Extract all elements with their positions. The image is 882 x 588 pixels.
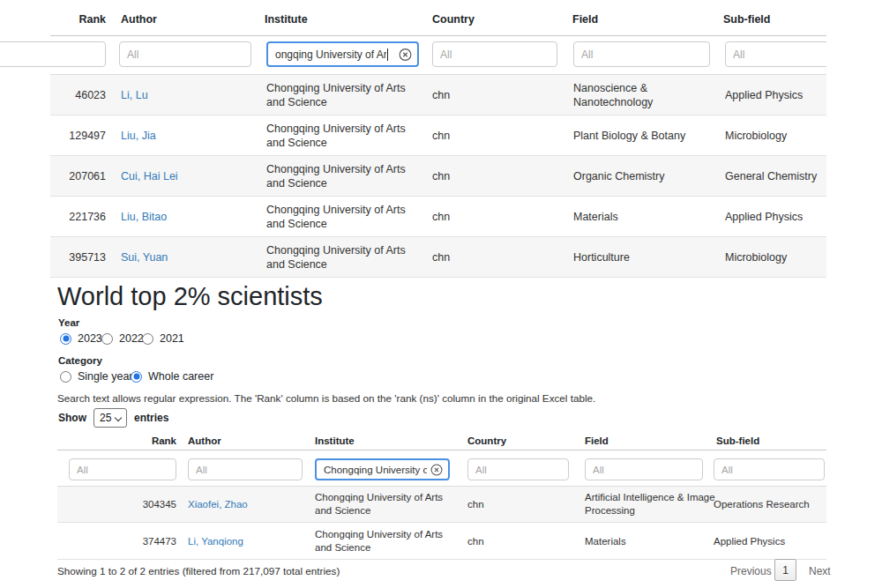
country-cell: chn bbox=[467, 535, 484, 548]
subfield-filter-input[interactable] bbox=[725, 41, 826, 67]
institute-cell: Chongqing University of Arts and Science bbox=[266, 81, 425, 109]
subfield-filter-input[interactable] bbox=[714, 458, 825, 480]
table-row: 46023 Li, Lu Chongqing University of Art… bbox=[50, 75, 826, 115]
author-link[interactable]: Cui, Hai Lei bbox=[121, 169, 178, 183]
institute-cell: Chongqing University of Arts and Science bbox=[266, 203, 425, 231]
country-cell: chn bbox=[432, 129, 450, 143]
pagination-previous-button[interactable]: Previous bbox=[730, 565, 772, 577]
subfield-cell: Operations Research bbox=[714, 498, 826, 511]
author-link[interactable]: Li, Yanqiong bbox=[188, 535, 243, 548]
table-info: Showing 1 to 2 of 2 entries (filtered fr… bbox=[57, 565, 340, 577]
radio-icon bbox=[60, 371, 71, 383]
rank-cell: 374473 bbox=[106, 535, 176, 548]
field-cell: Nanoscience & Nanotechnology bbox=[573, 81, 707, 109]
table-row: 221736 Liu, Bitao Chongqing University o… bbox=[50, 197, 826, 237]
radio-label: 2023 bbox=[78, 332, 102, 345]
table-row: 207061 Cui, Hai Lei Chongqing University… bbox=[50, 156, 826, 197]
year-radio-2023[interactable]: 2023 bbox=[60, 332, 102, 345]
radio-label: 2022 bbox=[119, 332, 144, 345]
column-header-rank[interactable]: Rank bbox=[106, 435, 176, 447]
rank-filter-input[interactable] bbox=[0, 41, 106, 67]
author-link[interactable]: Sui, Yuan bbox=[121, 250, 168, 264]
author-filter-input[interactable] bbox=[119, 41, 251, 67]
radio-icon bbox=[142, 333, 153, 345]
institute-cell: Chongqing University of Arts and Science bbox=[266, 162, 425, 190]
column-header-subfield[interactable]: Sub-field bbox=[716, 435, 759, 447]
column-header-field[interactable]: Field bbox=[585, 435, 609, 447]
subfield-cell: Microbiology bbox=[725, 250, 826, 264]
clear-filter-icon[interactable] bbox=[399, 48, 412, 61]
radio-label: Single year bbox=[78, 370, 133, 383]
clear-filter-icon[interactable] bbox=[430, 464, 443, 476]
rank-cell: 129497 bbox=[35, 129, 106, 143]
column-header-subfield[interactable]: Sub-field bbox=[723, 13, 770, 26]
length-control-prefix: Show bbox=[58, 412, 86, 424]
author-link[interactable]: Liu, Jia bbox=[121, 129, 156, 143]
column-header-author[interactable]: Author bbox=[188, 435, 221, 447]
top-table: Rank Author Institute Country Field Sub-… bbox=[0, 0, 826, 279]
category-group-label: Category bbox=[58, 355, 102, 366]
institute-cell: Chongqing University of Arts and Science bbox=[315, 528, 452, 555]
column-header-country[interactable]: Country bbox=[432, 13, 475, 26]
institute-cell: Chongqing University of Arts and Science bbox=[266, 243, 425, 272]
institute-cell: Chongqing University of Arts and Science bbox=[266, 122, 425, 150]
entries-per-page-select[interactable]: 25 bbox=[93, 408, 127, 428]
country-cell: chn bbox=[467, 498, 484, 511]
chevron-down-icon bbox=[115, 414, 122, 421]
country-cell: chn bbox=[432, 169, 450, 183]
divider bbox=[50, 35, 826, 36]
rank-filter-input[interactable] bbox=[69, 458, 176, 480]
subfield-cell: Applied Physics bbox=[725, 210, 826, 224]
country-cell: chn bbox=[432, 210, 450, 224]
author-link[interactable]: Liu, Bitao bbox=[121, 210, 167, 224]
text-caret bbox=[387, 48, 388, 61]
column-header-country[interactable]: Country bbox=[467, 435, 506, 447]
category-radio-whole-career[interactable]: Whole career bbox=[131, 370, 213, 383]
category-radio-single-year[interactable]: Single year bbox=[60, 370, 133, 383]
field-cell: Materials bbox=[585, 535, 724, 548]
country-filter-input[interactable] bbox=[467, 458, 569, 480]
subfield-cell: Microbiology bbox=[725, 129, 826, 143]
length-control-suffix: entries bbox=[134, 412, 168, 424]
year-radio-2022[interactable]: 2022 bbox=[101, 332, 144, 345]
field-filter-input[interactable] bbox=[585, 458, 703, 480]
radio-icon bbox=[131, 371, 142, 383]
radio-icon bbox=[101, 333, 113, 345]
radio-label: Whole career bbox=[148, 370, 213, 383]
country-filter-input[interactable] bbox=[432, 41, 557, 67]
field-cell: Artificial Intelligence & Image Processi… bbox=[585, 491, 724, 517]
author-link[interactable]: Li, Lu bbox=[121, 88, 148, 102]
year-group-label: Year bbox=[58, 317, 79, 328]
radio-label: 2021 bbox=[160, 332, 184, 345]
page-title: World top 2% scientists bbox=[57, 280, 323, 312]
column-header-rank[interactable]: Rank bbox=[35, 13, 106, 26]
radio-icon bbox=[60, 333, 71, 345]
institute-filter-value: ongqing University of Arts bbox=[275, 48, 386, 61]
author-link[interactable]: Xiaofei, Zhao bbox=[188, 498, 248, 511]
rank-cell: 221736 bbox=[35, 210, 106, 224]
institute-filter-input[interactable]: Chongqing University of A bbox=[315, 458, 450, 480]
column-header-institute[interactable]: Institute bbox=[265, 13, 308, 26]
institute-filter-value: Chongqing University of A bbox=[324, 465, 427, 475]
country-cell: chn bbox=[432, 88, 450, 102]
table-row: 395713 Sui, Yuan Chongqing University of… bbox=[50, 237, 826, 278]
column-header-author[interactable]: Author bbox=[121, 13, 157, 26]
author-filter-input[interactable] bbox=[188, 458, 303, 480]
field-cell: Organic Chemistry bbox=[573, 169, 707, 183]
year-radio-2021[interactable]: 2021 bbox=[142, 332, 184, 345]
search-help-note: Search text allows regular expression. T… bbox=[57, 392, 595, 404]
subfield-cell: Applied Physics bbox=[725, 88, 826, 102]
field-cell: Plant Biology & Botany bbox=[573, 129, 707, 143]
field-filter-input[interactable] bbox=[573, 41, 710, 67]
institute-filter-input[interactable]: ongqing University of Arts bbox=[266, 41, 419, 67]
country-cell: chn bbox=[432, 250, 450, 264]
column-header-field[interactable]: Field bbox=[572, 13, 598, 26]
field-cell: Materials bbox=[573, 210, 707, 224]
subfield-cell: General Chemistry bbox=[725, 169, 826, 183]
pagination-next-button[interactable]: Next bbox=[809, 565, 831, 577]
pagination-page-1-button[interactable]: 1 bbox=[774, 559, 796, 581]
table-row: 304345 Xiaofei, Zhao Chongqing Universit… bbox=[57, 487, 826, 523]
table-row: 374473 Li, Yanqiong Chongqing University… bbox=[57, 524, 826, 560]
institute-cell: Chongqing University of Arts and Science bbox=[315, 491, 452, 517]
column-header-institute[interactable]: Institute bbox=[315, 435, 355, 447]
